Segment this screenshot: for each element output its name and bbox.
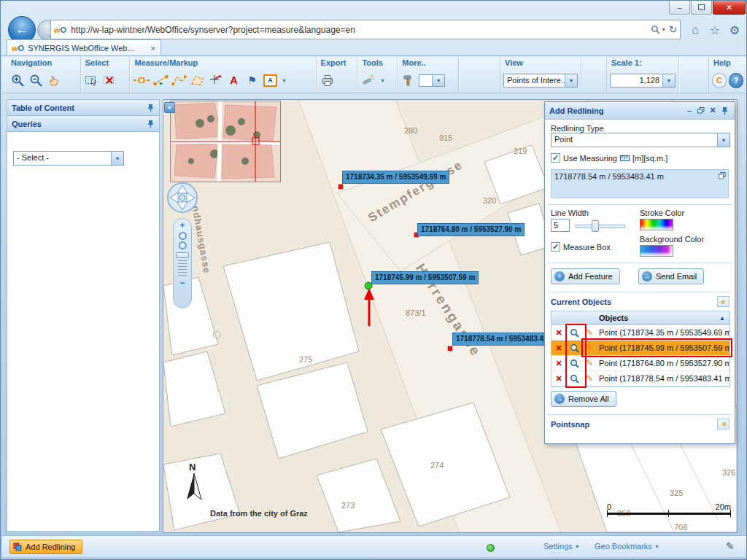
dropdown-arrow-icon[interactable]: ▼ <box>432 75 444 86</box>
measure-polyline-button[interactable] <box>171 71 187 90</box>
pin-icon[interactable] <box>147 104 155 112</box>
delete-object-button[interactable]: ✕ <box>551 356 566 370</box>
zoom-out-slider-button[interactable]: − <box>177 279 187 288</box>
statusbar-add-redlining-button[interactable]: Add Redlining <box>9 540 82 554</box>
address-bar[interactable]: wO ▼ ↻ <box>50 20 681 39</box>
compatibility-button[interactable]: C <box>712 73 727 88</box>
refresh-button[interactable]: ↻ <box>669 24 677 35</box>
object-label[interactable]: Point (1718734.35 m / 5953549.69 m) <box>597 325 729 340</box>
zoom-slider[interactable] <box>176 251 189 277</box>
url-input[interactable] <box>69 24 648 36</box>
line-width-slider-handle[interactable] <box>592 220 599 232</box>
use-measuring-checkbox[interactable]: ✓ <box>551 153 560 163</box>
zoom-to-object-button[interactable] <box>566 356 582 370</box>
expand-coordinate-icon[interactable] <box>719 172 726 181</box>
zoom-in-slider-button[interactable]: + <box>177 221 187 230</box>
object-row[interactable]: ✕ ✎ Point (1718764.80 m / 5953527.90 m) <box>551 356 729 371</box>
delete-object-button[interactable]: ✕ <box>551 371 566 386</box>
full-extent-button[interactable] <box>179 232 187 240</box>
measure-distance-button[interactable]: + <box>152 71 169 90</box>
zoom-to-object-button[interactable] <box>566 325 582 340</box>
object-row-selected[interactable]: ✕ ✎ Point (1718745.99 m / 5953507.59 m) <box>551 341 729 356</box>
add-feature-button[interactable]: + Add Feature <box>551 268 620 284</box>
view-select[interactable]: Points of Intere... ▼ <box>503 74 578 88</box>
search-dropdown-icon[interactable]: ▼ <box>661 27 666 32</box>
object-label[interactable]: Point (1718764.80 m / 5953527.90 m) <box>597 356 729 370</box>
measure-box-checkbox[interactable]: ✓ <box>551 242 560 252</box>
panel-pin-button[interactable] <box>719 105 730 117</box>
geo-bookmarks-menu[interactable]: Geo Bookmarks ▼ <box>595 542 659 551</box>
zoom-slider-handle[interactable] <box>176 252 189 258</box>
dropdown-arrow-icon[interactable]: ▼ <box>565 74 577 87</box>
markup-label-button[interactable]: A <box>262 71 278 90</box>
settings-menu[interactable]: Settings ▼ <box>543 542 580 551</box>
pan-compass[interactable] <box>166 182 198 214</box>
zoom-in-button[interactable] <box>9 71 26 90</box>
markup-flag-button[interactable]: ⚑ <box>244 71 260 90</box>
edit-mode-button[interactable]: ✎ <box>726 540 735 552</box>
zoom-out-button[interactable] <box>28 71 44 90</box>
edit-object-button[interactable]: ✎ <box>582 341 597 355</box>
zoom-to-object-button[interactable] <box>566 341 582 355</box>
line-width-slider[interactable] <box>576 222 624 229</box>
object-row[interactable]: ✕ ✎ Point (1718734.35 m / 5953549.69 m) <box>551 325 729 341</box>
object-row[interactable]: ✕ ✎ Point (1718778.54 m / 5953483.41 m) <box>551 371 729 386</box>
window-minimize-button[interactable]: – <box>669 1 690 15</box>
tools-button[interactable] <box>360 71 376 90</box>
select-features-button[interactable] <box>84 71 100 90</box>
window-close-button[interactable]: ✕ <box>713 1 746 15</box>
dropdown-arrow-icon[interactable]: ▼ <box>662 74 675 87</box>
sort-asc-icon[interactable]: ▲ <box>719 315 727 322</box>
line-width-input[interactable] <box>551 219 570 232</box>
redlining-type-select[interactable]: Point ▼ <box>551 133 730 147</box>
zoom-to-object-button[interactable] <box>566 371 582 386</box>
delete-object-button[interactable]: ✕ <box>551 341 566 355</box>
overview-map[interactable] <box>170 101 281 182</box>
edit-object-button[interactable]: ✎ <box>582 371 597 386</box>
edit-object-button[interactable]: ✎ <box>582 356 597 370</box>
measure-point-button[interactable] <box>133 71 150 90</box>
clear-selection-button[interactable] <box>102 71 118 90</box>
measure-area-button[interactable] <box>189 71 205 90</box>
panel-restore-button[interactable] <box>695 105 707 117</box>
measure-markup-dropdown[interactable]: ▼ <box>280 78 287 83</box>
object-label[interactable]: Point (1718778.54 m / 5953483.41 m) <box>597 371 729 386</box>
dropdown-arrow-icon[interactable]: ▼ <box>111 152 123 165</box>
queries-header[interactable]: Queries <box>7 116 159 132</box>
objects-table-header[interactable]: Objects ▲ <box>551 311 729 325</box>
panel-titlebar[interactable]: Add Redlining – ✕ <box>545 102 735 120</box>
send-email-button[interactable]: → Send Email <box>638 268 704 284</box>
tools-dropdown[interactable]: ▼ <box>379 78 386 83</box>
query-select[interactable]: - Select - ▼ <box>13 151 124 166</box>
pin-icon[interactable] <box>147 120 155 128</box>
delete-object-button[interactable]: ✕ <box>551 325 566 340</box>
window-maximize-button[interactable] <box>691 1 712 15</box>
favorites-button[interactable]: ☆ <box>706 22 724 38</box>
measure-coordinate-button[interactable] <box>207 71 223 90</box>
more-tools-select[interactable]: ▼ <box>419 74 445 87</box>
stroke-color-picker[interactable] <box>640 219 673 230</box>
scale-select[interactable]: 1,128 ▼ <box>610 74 676 88</box>
table-of-content-header[interactable]: Table of Content <box>7 100 159 116</box>
collapse-section-button[interactable]: « <box>717 296 729 307</box>
panel-close-button[interactable]: ✕ <box>707 105 719 117</box>
coordinate-input[interactable]: 1718778.54 m / 5953483.41 m <box>551 169 729 198</box>
edit-object-button[interactable]: ✎ <box>582 325 597 340</box>
markup-text-button[interactable]: A <box>225 71 241 90</box>
home-button[interactable]: ⌂ <box>686 22 704 38</box>
more-tools-button[interactable] <box>400 71 417 90</box>
browser-settings-button[interactable]: ⚙ <box>726 22 743 38</box>
objects-column-header[interactable]: Objects ▲ <box>597 311 729 324</box>
help-button[interactable]: ? <box>729 73 743 88</box>
object-label[interactable]: Point (1718745.99 m / 5953507.59 m) <box>597 341 729 355</box>
remove-all-button[interactable]: → Remove All <box>551 391 616 407</box>
browser-tab[interactable]: wO SYNERGIS WebOffice Web... ✕ <box>7 39 161 56</box>
tab-close-button[interactable]: ✕ <box>150 44 156 52</box>
background-color-picker[interactable] <box>640 245 673 257</box>
expand-section-button[interactable]: « <box>717 419 729 429</box>
overview-toggle-button[interactable]: + <box>164 102 175 113</box>
previous-extent-button[interactable] <box>179 241 187 249</box>
dropdown-arrow-icon[interactable]: ▼ <box>717 133 729 147</box>
search-icon[interactable]: ▼ <box>651 25 666 34</box>
print-button[interactable] <box>320 71 336 90</box>
